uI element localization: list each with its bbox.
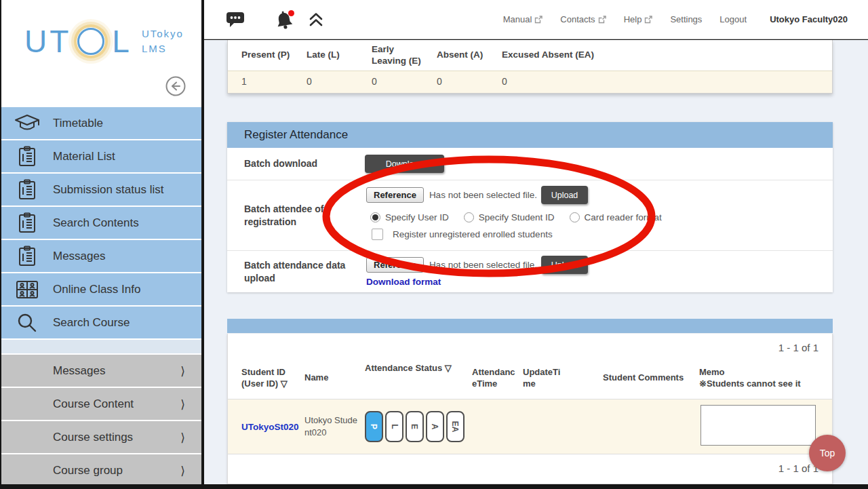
radio-label[interactable]: Specify User ID bbox=[385, 212, 449, 222]
clipboard-icon bbox=[1, 212, 53, 234]
back-arrow-icon bbox=[165, 75, 186, 97]
logo-subtitle-line1: UTokyo bbox=[142, 26, 184, 41]
col-student-comments: Student Comments bbox=[603, 372, 699, 384]
logo-subtitle-line2: LMS bbox=[142, 41, 184, 56]
collapse-header-button[interactable] bbox=[308, 12, 324, 28]
memo-label: Memo bbox=[699, 367, 832, 378]
upload-button[interactable]: Upload bbox=[541, 186, 588, 204]
upload-button[interactable]: Upload bbox=[541, 256, 588, 274]
col-memo: Memo ※Students cannot see it bbox=[699, 367, 832, 390]
status-button-absent[interactable]: A bbox=[426, 411, 444, 442]
topbar: Manual Contacts Help Settings Logout Uto… bbox=[204, 0, 868, 39]
summary-header-row: Present (P) Late (L) Early Leaving (E) A… bbox=[228, 40, 832, 71]
external-link-icon bbox=[644, 16, 652, 24]
summary-value-early-leaving: 0 bbox=[358, 71, 423, 93]
reference-button[interactable]: Reference bbox=[366, 257, 424, 273]
sidebar-item-search-contents[interactable]: Search Contents bbox=[1, 207, 201, 239]
radio-label[interactable]: Card reader format bbox=[585, 212, 662, 222]
summary-value-present: 1 bbox=[228, 71, 293, 93]
sidebar-item-label: Search Contents bbox=[53, 216, 139, 230]
collapse-sidebar-button[interactable] bbox=[165, 75, 186, 97]
summary-col-absent: Absent (A) bbox=[423, 40, 488, 71]
pagination-top: 1 - 1 of 1 bbox=[228, 334, 832, 353]
topbar-links: Manual Contacts Help Settings Logout Uto… bbox=[503, 14, 848, 24]
sidebar-item-search-course[interactable]: Search Course bbox=[1, 307, 201, 338]
radio-specify-student-id[interactable] bbox=[464, 212, 474, 222]
status-button-present[interactable]: P bbox=[365, 411, 383, 442]
radio-card-reader-format[interactable] bbox=[570, 212, 580, 222]
attendance-table-header: Student ID (User ID) ▽ Name Attendance S… bbox=[228, 357, 832, 399]
col-name: Name bbox=[304, 372, 365, 384]
main-content: Present (P) Late (L) Early Leaving (E) A… bbox=[204, 40, 868, 484]
bell-icon bbox=[275, 9, 296, 30]
sidebar-item-label: Messages bbox=[53, 250, 105, 263]
sidebar-item-course-settings[interactable]: Course settings ⟩ bbox=[1, 421, 201, 453]
logout-link[interactable]: Logout bbox=[719, 14, 747, 24]
attendance-list-header-bar bbox=[227, 319, 833, 333]
chevron-right-icon: ⟩ bbox=[180, 397, 185, 411]
manual-link-label: Manual bbox=[503, 14, 532, 24]
status-button-early-leaving[interactable]: E bbox=[406, 411, 424, 442]
reference-button[interactable]: Reference bbox=[366, 187, 424, 203]
register-attendance-title: Register Attendance bbox=[227, 122, 833, 148]
chat-bubble-icon bbox=[226, 11, 245, 28]
chevron-right-icon: ⟩ bbox=[180, 430, 185, 444]
utol-logo: UT L UTokyo LMS bbox=[1, 0, 201, 60]
col-attendance-status[interactable]: Attendance Status ▽ bbox=[365, 357, 472, 374]
help-link-label: Help bbox=[624, 14, 642, 24]
batch-upload-row: Batch attendance data upload Reference H… bbox=[227, 251, 833, 292]
batch-download-label: Batch download bbox=[227, 148, 365, 180]
sidebar-item-timetable[interactable]: Timetable bbox=[1, 107, 201, 139]
status-button-late[interactable]: L bbox=[385, 411, 403, 442]
graduation-cap-icon bbox=[1, 113, 53, 134]
external-link-icon bbox=[598, 16, 606, 24]
download-button[interactable]: Download bbox=[365, 155, 444, 173]
col-update-time: UpdateTime bbox=[523, 367, 603, 390]
radio-label[interactable]: Specify Student ID bbox=[479, 212, 555, 222]
scroll-to-top-button[interactable]: Top bbox=[809, 435, 846, 471]
register-attendance-panel: Register Attendance Batch download Downl… bbox=[227, 122, 833, 292]
status-button-excused-absent[interactable]: EA bbox=[446, 411, 465, 442]
sidebar-item-label: Timetable bbox=[53, 117, 103, 130]
contacts-link[interactable]: Contacts bbox=[560, 14, 606, 24]
radio-specify-user-id[interactable] bbox=[370, 212, 380, 222]
clipboard-icon bbox=[1, 179, 53, 201]
sidebar-item-label: Course group bbox=[53, 464, 123, 477]
memo-note: ※Students cannot see it bbox=[699, 378, 832, 390]
sidebar-item-online-class-info[interactable]: Online Class Info bbox=[1, 273, 201, 305]
checkbox-label[interactable]: Register unregistered enrolled students bbox=[393, 229, 553, 239]
sidebar-item-material-list[interactable]: Material List bbox=[1, 140, 201, 172]
help-link[interactable]: Help bbox=[624, 14, 653, 24]
summary-col-excused-absent: Excused Absent (EA) bbox=[488, 40, 594, 71]
summary-col-present: Present (P) bbox=[228, 40, 293, 71]
register-unregistered-checkbox[interactable] bbox=[372, 229, 383, 240]
manual-link[interactable]: Manual bbox=[503, 14, 543, 24]
pagination-bottom: 1 - 1 of 1 bbox=[228, 454, 832, 474]
col-student-id[interactable]: Student ID (User ID) ▽ bbox=[241, 367, 304, 390]
messages-button[interactable] bbox=[226, 11, 245, 28]
student-id-link[interactable]: UTokyoSt020 bbox=[241, 422, 304, 432]
sidebar-item-course-content[interactable]: Course Content ⟩ bbox=[1, 388, 201, 420]
sidebar-item-label: Course settings bbox=[53, 431, 133, 444]
sidebar-item-label: Course Content bbox=[53, 397, 134, 411]
sidebar-item-submission-status-list[interactable]: Submission status list bbox=[1, 174, 201, 206]
settings-link[interactable]: Settings bbox=[670, 14, 702, 24]
summary-value-excused-absent: 0 bbox=[488, 71, 507, 93]
memo-textarea[interactable] bbox=[701, 405, 816, 446]
sidebar-item-course-group[interactable]: Course group ⟩ bbox=[1, 454, 201, 484]
summary-value-late: 0 bbox=[293, 71, 358, 93]
download-format-link[interactable]: Download format bbox=[366, 277, 441, 287]
notifications-button[interactable] bbox=[275, 9, 296, 30]
file-status-text: Has not been selected file. bbox=[429, 260, 537, 270]
summary-col-early-leaving: Early Leaving (E) bbox=[358, 40, 423, 71]
sidebar-item-messages-group[interactable]: Messages ⟩ bbox=[1, 355, 201, 387]
online-class-icon bbox=[1, 280, 53, 299]
batch-attendee-label: Batch attendee of registration bbox=[227, 180, 365, 250]
col-attendance-time: AttendanceTime bbox=[472, 367, 523, 390]
sidebar-item-messages[interactable]: Messages bbox=[1, 240, 201, 272]
contacts-link-label: Contacts bbox=[560, 14, 595, 24]
search-icon bbox=[1, 312, 53, 334]
summary-value-absent: 0 bbox=[423, 71, 488, 93]
chevron-right-icon: ⟩ bbox=[180, 364, 185, 378]
logo-area: UT L UTokyo LMS bbox=[1, 0, 201, 107]
